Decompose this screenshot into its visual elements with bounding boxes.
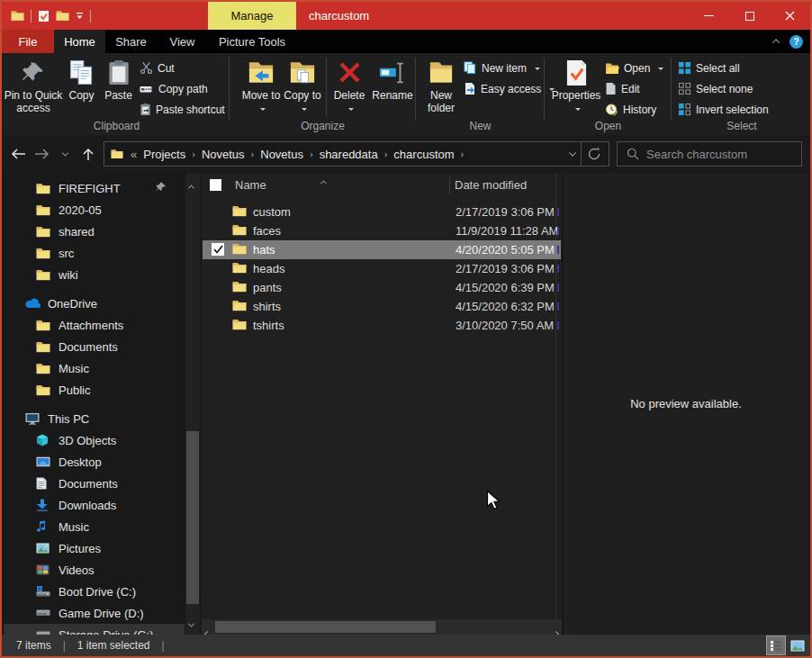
tab-home[interactable]: Home	[54, 30, 105, 53]
new-folder-button[interactable]: New folder	[421, 56, 461, 121]
sidebar-item-pictures[interactable]: Pictures	[4, 537, 185, 559]
horizontal-scrollbar[interactable]	[202, 619, 562, 635]
pin-to-quick-access-button[interactable]: Pin to Quick access	[4, 56, 63, 121]
sidebar-item-firefight[interactable]: FIREFIGHT	[4, 177, 185, 199]
sidebar-item-2020-05[interactable]: 2020-05	[4, 199, 185, 221]
group-label-open: Open	[545, 120, 672, 132]
select-all-button[interactable]: Select all	[675, 58, 810, 78]
sidebar-item-storage-drive-g[interactable]: Storage Drive (G:)	[4, 624, 185, 635]
column-header-name[interactable]: Name	[235, 178, 266, 192]
file-row-custom[interactable]: custom2/17/2019 3:06 PM	[203, 203, 561, 221]
invert-selection-button[interactable]: Invert selection	[675, 99, 810, 120]
recent-locations-icon[interactable]	[57, 152, 73, 157]
paste-shortcut-button[interactable]: Paste shortcut	[137, 99, 227, 120]
sidebar-item-attachments[interactable]: Attachments	[4, 314, 185, 336]
breadcrumb-separator-icon[interactable]: ›	[382, 149, 391, 159]
scroll-up-icon[interactable]	[188, 185, 194, 191]
move-to-button[interactable]: Move to	[240, 56, 282, 121]
cut-button[interactable]: Cut	[137, 58, 227, 78]
folder-icon[interactable]	[56, 10, 69, 22]
select-all-checkbox[interactable]	[210, 179, 221, 191]
folder-icon[interactable]	[11, 10, 24, 22]
copy-button[interactable]: Copy	[63, 56, 100, 121]
history-button[interactable]: History	[602, 99, 671, 120]
back-button[interactable]	[10, 149, 26, 159]
details-view-button[interactable]	[766, 635, 786, 655]
breadcrumb-separator-icon[interactable]: ›	[189, 149, 198, 159]
invert-selection-icon	[678, 103, 691, 116]
minimize-button[interactable]	[689, 2, 729, 30]
large-icons-view-button[interactable]	[788, 635, 807, 655]
file-row-heads[interactable]: heads2/17/2019 3:06 PM	[203, 259, 561, 278]
breadcrumb-segment-novetus[interactable]: Novetus	[198, 148, 248, 161]
customize-qat-icon[interactable]	[76, 12, 84, 20]
sidebar-item-shared[interactable]: shared	[4, 221, 185, 242]
status-separator: |	[63, 639, 66, 652]
sidebar-item-videos[interactable]: Videos	[4, 559, 185, 581]
file-row-tshirts[interactable]: tshirts3/10/2020 7:50 AM	[203, 316, 561, 335]
close-button[interactable]	[770, 2, 810, 30]
sidebar-item-src[interactable]: src	[4, 242, 185, 264]
edit-button[interactable]: Edit	[602, 78, 671, 99]
breadcrumb-overflow[interactable]: «	[128, 148, 140, 161]
breadcrumb-segment-charcustom[interactable]: charcustom	[390, 148, 457, 161]
sidebar-item-wiki[interactable]: wiki	[4, 264, 185, 285]
sidebar-item-public[interactable]: Public	[4, 379, 185, 401]
tab-file[interactable]: File	[2, 30, 54, 53]
select-none-button[interactable]: Select none	[675, 78, 810, 99]
sidebar-item-onedrive[interactable]: OneDrive	[4, 293, 185, 314]
copy-to-button[interactable]: Copy to	[282, 56, 323, 121]
breadcrumb-separator-icon[interactable]: ›	[458, 149, 467, 159]
refresh-icon[interactable]	[582, 142, 607, 166]
up-button[interactable]	[80, 148, 96, 161]
file-row-pants[interactable]: pants4/15/2020 6:39 PM	[203, 278, 561, 297]
address-bar[interactable]: « Projects›Novetus›Novetus›shareddata›ch…	[104, 141, 609, 167]
sidebar-item-documents[interactable]: Documents	[4, 336, 185, 357]
sidebar-item-music[interactable]: Music	[4, 516, 185, 537]
tab-share[interactable]: Share	[105, 30, 157, 53]
sidebar-item-3d-objects[interactable]: 3D Objects	[4, 429, 185, 451]
breadcrumb-segment-projects[interactable]: Projects	[140, 148, 189, 161]
maximize-button[interactable]	[729, 2, 770, 30]
column-header-date-modified[interactable]: Date modified	[455, 178, 527, 192]
row-checkbox-checked[interactable]	[212, 243, 224, 256]
sidebar-item-boot-drive-c[interactable]: Boot Drive (C:)	[4, 581, 185, 602]
tab-picture-tools[interactable]: Picture Tools	[208, 30, 296, 53]
sidebar-scrollbar[interactable]	[185, 173, 200, 635]
collapse-ribbon-icon[interactable]	[772, 39, 780, 46]
file-row-shirts[interactable]: shirts4/15/2020 6:32 PM	[203, 297, 561, 316]
new-item-button[interactable]: New item	[461, 58, 544, 78]
open-button[interactable]: Open	[602, 58, 671, 78]
tab-manage[interactable]: Manage	[208, 2, 296, 30]
sidebar-item-downloads[interactable]: Downloads	[4, 494, 185, 516]
delete-button[interactable]: Delete	[329, 56, 369, 121]
file-row-faces[interactable]: faces11/9/2019 11:28 AM	[203, 221, 561, 240]
breadcrumb-segment-novetus[interactable]: Novetus	[257, 148, 307, 161]
file-row-hats[interactable]: hats4/20/2020 5:05 PM	[203, 240, 561, 259]
paste-button[interactable]: Paste	[100, 56, 137, 121]
search-box[interactable]	[617, 141, 802, 167]
search-input[interactable]	[646, 148, 805, 161]
sidebar-item-documents[interactable]: Documents	[4, 473, 185, 494]
breadcrumb-separator-icon[interactable]: ›	[248, 149, 257, 159]
properties-button[interactable]: Properties	[550, 56, 602, 121]
scroll-down-icon[interactable]	[188, 621, 194, 627]
rename-button[interactable]: Rename	[369, 56, 416, 121]
help-icon[interactable]: ?	[789, 35, 803, 49]
copy-path-button[interactable]: Copy path	[137, 78, 227, 99]
sidebar-item-desktop[interactable]: Desktop	[4, 451, 185, 473]
scrollbar-thumb[interactable]	[186, 431, 199, 604]
sidebar-item-label: Desktop	[59, 455, 102, 469]
easy-access-button[interactable]: Easy access	[461, 78, 544, 99]
tab-view[interactable]: View	[157, 30, 208, 53]
sidebar-item-this-pc[interactable]: This PC	[4, 408, 185, 429]
scrollbar-thumb[interactable]	[215, 621, 436, 633]
file-date-modified: 2/17/2019 3:06 PM	[456, 262, 555, 275]
breadcrumb-separator-icon[interactable]: ›	[307, 149, 316, 159]
properties-icon[interactable]	[38, 10, 50, 23]
sidebar-item-music[interactable]: Music	[4, 357, 185, 379]
forward-button[interactable]	[33, 149, 50, 159]
address-dropdown-icon[interactable]	[569, 149, 576, 156]
sidebar-item-game-drive-d[interactable]: Game Drive (D:)	[4, 602, 185, 624]
breadcrumb-segment-shareddata[interactable]: shareddata	[316, 148, 382, 161]
